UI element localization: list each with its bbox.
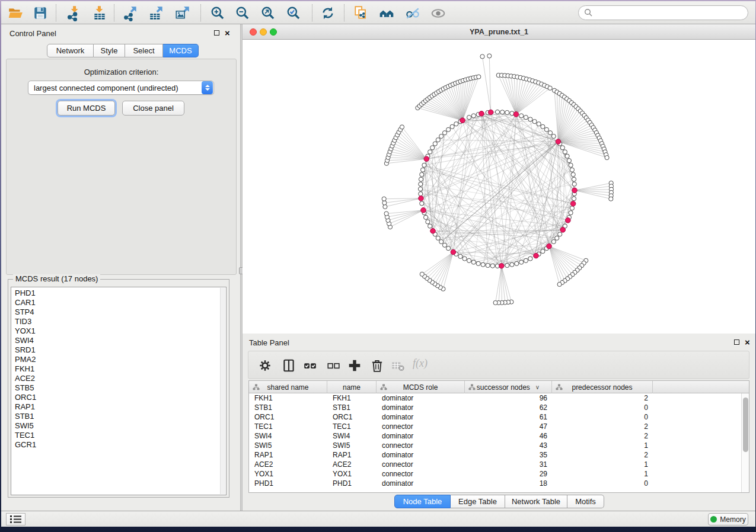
cell-shared-name[interactable]: PHD1 (249, 479, 327, 488)
cell-shared-name[interactable]: YOX1 (249, 469, 327, 479)
cell-mcds-role[interactable]: connector (377, 469, 465, 479)
mcds-result-item[interactable]: TEC1 (11, 431, 226, 440)
table-row[interactable]: ACE2ACE2connector311 (249, 460, 741, 469)
graph-dominator-node[interactable] (479, 111, 484, 117)
graph-dominator-node[interactable] (566, 218, 571, 223)
graph-node[interactable] (572, 177, 576, 181)
search-input[interactable] (596, 8, 742, 17)
graph-dominator-node[interactable] (460, 118, 465, 123)
select-all-icon[interactable] (301, 357, 319, 374)
column-header-name[interactable]: name (327, 381, 377, 393)
graph-node[interactable] (569, 211, 573, 215)
tab-network[interactable]: Network (47, 44, 94, 57)
graph-node[interactable] (422, 163, 426, 167)
close-panel-button[interactable]: Close panel (122, 101, 184, 116)
graph-node[interactable] (426, 220, 430, 224)
cell-name[interactable]: FKH1 (327, 393, 377, 403)
graph-node[interactable] (500, 110, 505, 114)
cell-shared-name[interactable]: ACE2 (249, 460, 327, 469)
cell-successor-nodes[interactable]: 31 (465, 460, 552, 469)
graph-node[interactable] (572, 182, 576, 186)
graph-node[interactable] (570, 168, 574, 172)
mcds-result-item[interactable]: SWI4 (11, 336, 226, 345)
graph-node[interactable] (524, 116, 528, 120)
import-network-icon[interactable] (63, 3, 84, 23)
cell-successor-nodes[interactable]: 47 (465, 422, 552, 431)
graph-dominator-node[interactable] (451, 249, 456, 255)
cell-predecessor-nodes[interactable]: 2 (552, 450, 653, 460)
graph-node[interactable] (477, 75, 481, 79)
cell-successor-nodes[interactable]: 43 (465, 441, 552, 450)
cell-successor-nodes[interactable]: 35 (465, 450, 552, 460)
cell-shared-name[interactable]: STB1 (249, 403, 327, 412)
graph-node[interactable] (605, 156, 609, 160)
cell-successor-nodes[interactable]: 46 (465, 431, 552, 441)
graph-node[interactable] (471, 114, 476, 118)
graph-node[interactable] (487, 54, 492, 58)
cell-predecessor-nodes[interactable]: 1 (552, 460, 653, 469)
table-row[interactable]: FKH1FKH1dominator962 (249, 393, 741, 403)
cell-name[interactable]: ACE2 (327, 460, 377, 469)
cell-mcds-role[interactable]: connector (377, 460, 465, 469)
float-table-panel-icon[interactable] (734, 339, 739, 345)
delete-table-icon[interactable] (389, 357, 407, 374)
mcds-result-item[interactable]: STB5 (11, 383, 226, 393)
cell-predecessor-nodes[interactable]: 1 (552, 441, 653, 450)
graph-node[interactable] (462, 257, 467, 261)
cell-mcds-role[interactable]: dominator (377, 479, 465, 488)
show-panels-list-icon[interactable] (6, 513, 25, 525)
graph-node[interactable] (528, 257, 532, 261)
cell-predecessor-nodes[interactable]: 0 (552, 403, 653, 412)
cell-mcds-role[interactable]: connector (377, 441, 465, 450)
graph-node[interactable] (571, 172, 575, 177)
column-header-mcds-role[interactable]: MCDS role (377, 381, 465, 393)
optimization-criterion-select[interactable]: largest connected component (undirected) (28, 81, 214, 95)
graph-node[interactable] (481, 262, 485, 267)
graph-node[interactable] (471, 260, 476, 264)
graph-node[interactable] (505, 263, 509, 267)
cell-name[interactable]: SWI5 (327, 441, 377, 450)
graph-node[interactable] (524, 258, 528, 262)
table-row[interactable]: ORC1ORC1dominator610 (249, 412, 741, 422)
table-row[interactable]: YOX1YOX1connector291 (249, 469, 741, 479)
cell-shared-name[interactable]: TEC1 (249, 422, 327, 431)
mcds-result-item[interactable]: SWI5 (11, 421, 226, 431)
mcds-result-item[interactable]: SRD1 (11, 345, 226, 355)
cell-mcds-role[interactable]: dominator (377, 393, 465, 403)
cell-name[interactable]: PHD1 (327, 479, 377, 488)
graph-dominator-node[interactable] (430, 229, 436, 234)
mcds-result-item[interactable]: RAP1 (11, 402, 226, 412)
cell-name[interactable]: TEC1 (327, 422, 377, 431)
cell-predecessor-nodes[interactable]: 2 (552, 393, 653, 403)
graph-node[interactable] (567, 159, 571, 163)
mcds-result-item[interactable]: CAR1 (11, 298, 226, 307)
graph-node[interactable] (555, 236, 559, 240)
network-canvas[interactable] (243, 40, 755, 334)
graph-node[interactable] (419, 182, 423, 186)
graph-node[interactable] (421, 168, 425, 172)
mcds-result-item[interactable]: ORC1 (11, 393, 226, 402)
mcds-result-item[interactable]: PHD1 (11, 287, 226, 298)
graph-node[interactable] (519, 260, 524, 264)
graph-node[interactable] (572, 197, 576, 201)
table-row[interactable]: RAP1RAP1dominator352 (249, 450, 741, 460)
export-network-icon[interactable] (120, 3, 141, 23)
graph-dominator-node[interactable] (421, 208, 426, 213)
show-columns-icon[interactable] (280, 357, 298, 374)
table-row[interactable]: PHD1PHD1dominator180 (249, 479, 741, 488)
cell-predecessor-nodes[interactable]: 1 (552, 469, 653, 479)
tab-edge-table[interactable]: Edge Table (451, 495, 505, 508)
cell-mcds-role[interactable]: dominator (377, 403, 465, 412)
cell-mcds-role[interactable]: dominator (377, 450, 465, 460)
graph-dominator-node[interactable] (499, 264, 505, 269)
tab-node-table[interactable]: Node Table (394, 495, 451, 508)
float-panel-icon[interactable] (214, 30, 219, 36)
show-all-icon[interactable] (428, 3, 448, 23)
export-image-icon[interactable] (173, 3, 193, 23)
deselect-all-icon[interactable] (324, 357, 342, 374)
graph-node[interactable] (418, 187, 422, 191)
mcds-result-item[interactable]: STB1 (11, 412, 226, 421)
graph-node[interactable] (548, 86, 552, 90)
cell-name[interactable]: RAP1 (327, 450, 377, 460)
graph-node[interactable] (480, 55, 484, 59)
